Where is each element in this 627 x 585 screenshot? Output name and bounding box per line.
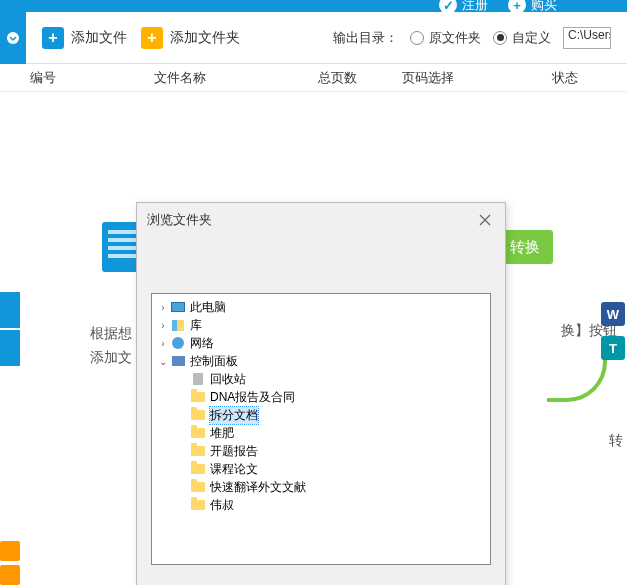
tree-node[interactable]: 课程论文 bbox=[152, 460, 490, 478]
dialog-body: ›此电脑›库›网络⌄控制面板回收站DNA报告及合同拆分文档堆肥开题报告课程论文快… bbox=[137, 237, 505, 585]
side-tab[interactable] bbox=[0, 330, 20, 366]
tree-node[interactable]: 伟叔 bbox=[152, 496, 490, 514]
radio-icon-checked bbox=[493, 31, 507, 45]
folder-icon bbox=[190, 427, 206, 440]
tree-node-label: 课程论文 bbox=[210, 461, 258, 478]
folder-icon bbox=[190, 499, 206, 512]
net-icon bbox=[170, 337, 186, 350]
header-actions: ✓ 注册 + 购买 bbox=[439, 0, 557, 14]
hint-text-left: 根据想 添加文 bbox=[90, 322, 132, 370]
app-header-bar: ✓ 注册 + 购买 bbox=[0, 0, 627, 12]
tree-node[interactable]: ⌄控制面板 bbox=[152, 352, 490, 370]
tree-node-label: 伟叔 bbox=[210, 497, 234, 514]
hint-line1: 根据想 bbox=[90, 322, 132, 346]
tree-node-label: 库 bbox=[190, 317, 202, 334]
browse-folder-dialog: 浏览文件夹 ›此电脑›库›网络⌄控制面板回收站DNA报告及合同拆分文档堆肥开题报… bbox=[136, 202, 506, 585]
bottom-left-icons bbox=[0, 541, 20, 585]
tree-node[interactable]: 堆肥 bbox=[152, 424, 490, 442]
col-pages: 总页数 bbox=[318, 69, 402, 87]
add-file-icon: + bbox=[42, 27, 64, 49]
tree-node-label: 堆肥 bbox=[210, 425, 234, 442]
output-dir-section: 输出目录： 原文件夹 自定义 C:\Users\ bbox=[333, 27, 611, 49]
add-folder-button[interactable]: + 添加文件夹 bbox=[141, 27, 240, 49]
right-label: 转 bbox=[609, 432, 623, 450]
chevron-down-icon bbox=[6, 31, 20, 45]
folder-icon bbox=[190, 391, 206, 404]
tree-node[interactable]: 拆分文档 bbox=[152, 406, 490, 424]
expand-arrow-icon[interactable]: › bbox=[158, 302, 168, 313]
tree-node[interactable]: ›网络 bbox=[152, 334, 490, 352]
tree-node[interactable]: 快速翻译外文文献 bbox=[152, 478, 490, 496]
tree-node[interactable]: 开题报告 bbox=[152, 442, 490, 460]
tree-node[interactable]: ›此电脑 bbox=[152, 298, 490, 316]
tree-node[interactable]: DNA报告及合同 bbox=[152, 388, 490, 406]
panel-icon bbox=[170, 355, 186, 368]
dialog-titlebar: 浏览文件夹 bbox=[137, 203, 505, 237]
lib-icon bbox=[170, 319, 186, 332]
folder-icon bbox=[190, 463, 206, 476]
side-tab[interactable] bbox=[0, 292, 20, 328]
folder-icon bbox=[190, 481, 206, 494]
tree-node[interactable]: 回收站 bbox=[152, 370, 490, 388]
tree-node-label: DNA报告及合同 bbox=[210, 389, 295, 406]
main-empty-area: 根据想 添加文 转换 换】按钮 W T 转 浏览文件夹 ›此电脑›库›网络⌄控制… bbox=[0, 92, 627, 585]
folder-icon bbox=[190, 409, 206, 422]
table-header: 编号 文件名称 总页数 页码选择 状态 bbox=[0, 64, 627, 92]
hint-line2: 添加文 bbox=[90, 346, 132, 370]
col-status: 状态 bbox=[552, 69, 612, 87]
tree-node-label: 拆分文档 bbox=[210, 407, 258, 424]
output-path-input[interactable]: C:\Users\ bbox=[563, 27, 611, 49]
plus-icon: + bbox=[508, 0, 526, 14]
recycle-icon bbox=[190, 373, 206, 386]
word-icon: W bbox=[601, 302, 625, 326]
format-icons: W T bbox=[601, 302, 625, 360]
svg-point-0 bbox=[7, 32, 19, 44]
toolbar: + 添加文件 + 添加文件夹 输出目录： 原文件夹 自定义 C:\Users\ bbox=[0, 12, 627, 64]
close-icon bbox=[479, 214, 491, 226]
expand-arrow-icon[interactable]: › bbox=[158, 320, 168, 331]
radio-custom-label: 自定义 bbox=[512, 29, 551, 47]
expand-arrow-icon[interactable]: › bbox=[158, 338, 168, 349]
dialog-title: 浏览文件夹 bbox=[147, 211, 212, 229]
register-label: 注册 bbox=[462, 0, 488, 14]
dialog-close-button[interactable] bbox=[475, 210, 495, 230]
radio-original-folder[interactable]: 原文件夹 bbox=[410, 29, 481, 47]
add-folder-icon: + bbox=[141, 27, 163, 49]
radio-custom-folder[interactable]: 自定义 bbox=[493, 29, 551, 47]
output-dir-label: 输出目录： bbox=[333, 29, 398, 47]
mini-icon[interactable] bbox=[0, 565, 20, 585]
add-folder-label: 添加文件夹 bbox=[170, 29, 240, 47]
expand-arrow-icon[interactable]: ⌄ bbox=[158, 356, 168, 367]
buy-link[interactable]: + 购买 bbox=[508, 0, 557, 14]
add-file-label: 添加文件 bbox=[71, 29, 127, 47]
folder-tree[interactable]: ›此电脑›库›网络⌄控制面板回收站DNA报告及合同拆分文档堆肥开题报告课程论文快… bbox=[151, 293, 491, 565]
tree-node[interactable]: ›库 bbox=[152, 316, 490, 334]
arrow-decoration bbox=[547, 342, 607, 402]
col-page-range: 页码选择 bbox=[402, 69, 552, 87]
text-icon: T bbox=[601, 336, 625, 360]
tree-node-label: 快速翻译外文文献 bbox=[210, 479, 306, 496]
pc-icon bbox=[170, 301, 186, 314]
col-filename: 文件名称 bbox=[154, 69, 318, 87]
tree-node-label: 开题报告 bbox=[210, 443, 258, 460]
buy-label: 购买 bbox=[531, 0, 557, 14]
register-link[interactable]: ✓ 注册 bbox=[439, 0, 488, 14]
folder-icon bbox=[190, 445, 206, 458]
col-index: 编号 bbox=[30, 69, 154, 87]
menu-dropdown-button[interactable] bbox=[0, 12, 26, 64]
tree-node-label: 控制面板 bbox=[190, 353, 238, 370]
radio-original-label: 原文件夹 bbox=[429, 29, 481, 47]
radio-icon bbox=[410, 31, 424, 45]
tree-node-label: 网络 bbox=[190, 335, 214, 352]
tree-node-label: 此电脑 bbox=[190, 299, 226, 316]
add-file-button[interactable]: + 添加文件 bbox=[42, 27, 127, 49]
tree-node-label: 回收站 bbox=[210, 371, 246, 388]
mini-icon[interactable] bbox=[0, 541, 20, 561]
user-icon: ✓ bbox=[439, 0, 457, 14]
side-tabs bbox=[0, 292, 20, 366]
